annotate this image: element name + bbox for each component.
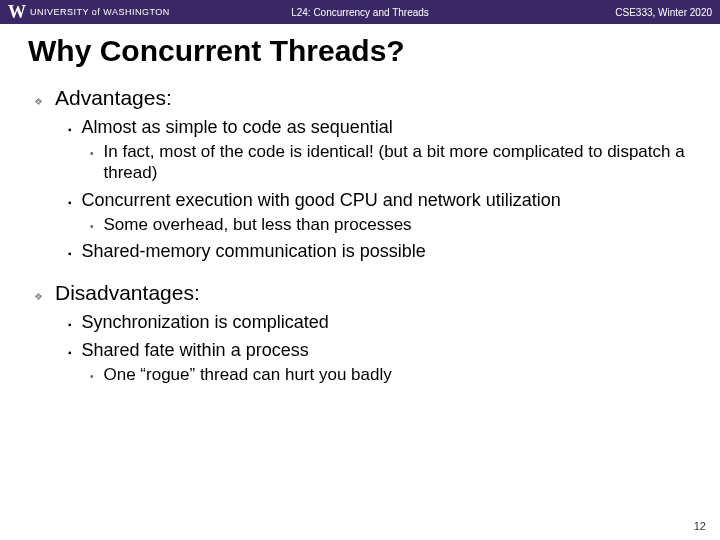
square-bullet-icon: ▪ [68, 121, 72, 139]
subitem: • Some overhead, but less than processes [90, 214, 692, 235]
list-item: ▪ Synchronization is complicated [68, 312, 692, 334]
item-text: Shared fate within a process [82, 340, 309, 361]
subitem: • One “rogue” thread can hurt you badly [90, 364, 692, 385]
dot-bullet-icon: • [90, 146, 94, 162]
item-text: Concurrent execution with good CPU and n… [82, 190, 561, 211]
list-item: ▪ Concurrent execution with good CPU and… [68, 190, 692, 235]
diamond-bullet-icon: ❖ [34, 93, 43, 111]
section-disadvantages: ❖ Disadvantages: ▪ Synchronization is co… [34, 281, 692, 385]
lecture-title: L24: Concurrency and Threads [291, 7, 429, 18]
section-heading: Disadvantages: [55, 281, 200, 305]
page-number: 12 [694, 520, 706, 532]
slide-content: Why Concurrent Threads? ❖ Advantages: ▪ … [0, 24, 720, 385]
square-bullet-icon: ▪ [68, 245, 72, 263]
course-id: CSE333, Winter 2020 [615, 7, 712, 18]
section-heading: Advantages: [55, 86, 172, 110]
page-title: Why Concurrent Threads? [28, 34, 692, 68]
dot-bullet-icon: • [90, 369, 94, 385]
subitem: • In fact, most of the code is identical… [90, 141, 692, 184]
list-item: ▪ Shared fate within a process • One “ro… [68, 340, 692, 385]
subitem-text: One “rogue” thread can hurt you badly [104, 364, 392, 385]
square-bullet-icon: ▪ [68, 344, 72, 362]
square-bullet-icon: ▪ [68, 316, 72, 334]
item-text: Synchronization is complicated [82, 312, 329, 333]
item-text: Almost as simple to code as sequential [82, 117, 393, 138]
dot-bullet-icon: • [90, 219, 94, 235]
square-bullet-icon: ▪ [68, 194, 72, 212]
uw-text: UNIVERSITY of WASHINGTON [30, 7, 170, 17]
list-item: ▪ Shared-memory communication is possibl… [68, 241, 692, 263]
section-advantages: ❖ Advantages: ▪ Almost as simple to code… [34, 86, 692, 263]
diamond-bullet-icon: ❖ [34, 288, 43, 306]
slide-header: W UNIVERSITY of WASHINGTON L24: Concurre… [0, 0, 720, 24]
uw-w-icon: W [8, 3, 26, 21]
list-item: ▪ Almost as simple to code as sequential… [68, 117, 692, 184]
subitem-text: Some overhead, but less than processes [104, 214, 412, 235]
item-text: Shared-memory communication is possible [82, 241, 426, 262]
subitem-text: In fact, most of the code is identical! … [104, 141, 692, 184]
uw-logo: W UNIVERSITY of WASHINGTON [8, 3, 170, 21]
